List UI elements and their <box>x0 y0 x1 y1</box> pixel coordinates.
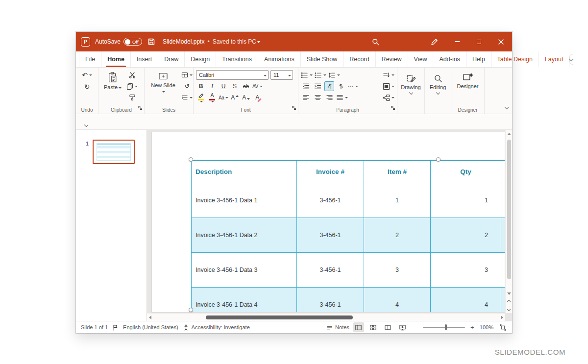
decrease-font-size-button[interactable]: A <box>241 93 251 102</box>
convert-to-smartart-button[interactable] <box>383 93 394 102</box>
tab-transitions[interactable]: Transitions <box>216 51 258 67</box>
tab-review[interactable]: Review <box>376 51 408 67</box>
font-color-button[interactable]: A <box>207 93 217 102</box>
section-button[interactable] <box>181 93 193 102</box>
character-spacing-button[interactable]: AV <box>252 81 263 91</box>
collapse-ribbon-button[interactable] <box>505 102 508 111</box>
cell-qty[interactable]: 3 <box>431 253 501 287</box>
autosave-switch[interactable]: Off <box>123 38 142 46</box>
slide-indicator[interactable]: Slide 1 of 1 <box>81 324 108 330</box>
undo-button[interactable] <box>78 70 96 80</box>
paste-button[interactable]: Paste <box>101 70 124 92</box>
align-left-button[interactable] <box>301 93 311 102</box>
text-direction-button[interactable] <box>383 70 394 80</box>
cell-invoice[interactable]: 3-456-1 <box>297 253 364 287</box>
previous-slide-button[interactable] <box>506 297 513 305</box>
cell-description[interactable]: Invoice 3-456-1 Data 4 <box>192 288 297 312</box>
accessibility-status[interactable]: Accessibility: Investigate <box>183 324 250 331</box>
zoom-in-button[interactable] <box>469 324 476 331</box>
cell-invoice[interactable]: 3-456-1 <box>297 183 364 218</box>
vertical-scroll-thumb[interactable] <box>507 140 511 279</box>
bullets-button[interactable] <box>301 70 313 80</box>
decrease-indent-button[interactable] <box>301 81 311 91</box>
header-invoice[interactable]: Invoice # <box>297 161 364 183</box>
header-item[interactable]: Item # <box>364 161 431 183</box>
search-icon[interactable] <box>371 37 380 46</box>
increase-indent-button[interactable] <box>313 81 322 91</box>
maximize-button[interactable] <box>468 32 490 51</box>
cell-item[interactable]: 1 <box>364 183 431 218</box>
cell-item[interactable]: 3 <box>364 253 431 287</box>
line-spacing-button[interactable] <box>328 70 340 80</box>
tab-design[interactable]: Design <box>185 51 216 67</box>
language-indicator[interactable]: English (United States) <box>123 324 178 330</box>
scroll-down-arrow[interactable] <box>506 290 513 297</box>
cell-qty[interactable]: 2 <box>431 218 501 252</box>
save-status[interactable]: Saved to this PC <box>213 38 260 45</box>
flag-icon[interactable] <box>112 324 119 331</box>
tab-add-ins[interactable]: Add-ins <box>433 51 466 67</box>
increase-font-size-button[interactable]: A <box>230 93 240 102</box>
reading-view-button[interactable] <box>383 322 393 332</box>
tab-home[interactable]: Home <box>101 51 131 67</box>
invoice-table[interactable]: Description Invoice # Item # Qty Invoice… <box>191 160 505 312</box>
tab-insert[interactable]: Insert <box>131 51 158 67</box>
align-text-button[interactable] <box>383 81 394 91</box>
header-qty[interactable]: Qty <box>431 161 501 183</box>
tab-table-design[interactable]: Table Design <box>491 51 539 67</box>
tab-slide-show[interactable]: Slide Show <box>301 51 344 67</box>
ink-pen-icon[interactable] <box>430 37 439 46</box>
scroll-left-arrow[interactable] <box>149 315 151 319</box>
scroll-up-arrow[interactable] <box>506 130 513 138</box>
redo-button[interactable] <box>78 82 96 92</box>
vertical-scrollbar[interactable] <box>505 130 512 313</box>
clear-formatting-button[interactable]: A <box>252 93 262 102</box>
notes-button[interactable]: Notes <box>326 324 349 331</box>
format-painter-button[interactable] <box>126 93 138 102</box>
selection-handle[interactable] <box>189 157 193 162</box>
selection-handle[interactable] <box>189 308 193 312</box>
justify-button[interactable] <box>336 93 348 102</box>
scroll-right-arrow[interactable] <box>501 315 503 319</box>
normal-view-button[interactable] <box>353 322 364 332</box>
save-icon[interactable] <box>147 37 156 46</box>
designer-button[interactable]: Designer <box>454 71 482 91</box>
font-dialog-launcher[interactable] <box>292 103 296 112</box>
tab-view[interactable]: View <box>408 51 434 67</box>
numbering-button[interactable] <box>315 70 326 80</box>
cell-item[interactable]: 2 <box>364 218 431 252</box>
autosave-toggle[interactable]: AutoSave Off <box>95 38 142 46</box>
tab-draw[interactable]: Draw <box>158 51 185 67</box>
copy-button[interactable] <box>126 81 138 91</box>
tab-animations[interactable]: Animations <box>258 51 301 67</box>
clipboard-dialog-launcher[interactable] <box>138 103 143 112</box>
ribbon-more-button[interactable] <box>569 54 573 65</box>
editing-button[interactable]: Editing <box>427 72 448 96</box>
selection-handle[interactable] <box>436 157 441 162</box>
new-slide-button[interactable]: New Slide <box>147 70 179 96</box>
cell-qty[interactable]: 4 <box>431 288 501 312</box>
minimize-button[interactable] <box>446 32 468 51</box>
bold-button[interactable]: B <box>196 81 206 91</box>
tab-layout[interactable]: Layout <box>539 51 570 67</box>
paragraph-dialog-launcher[interactable] <box>391 103 395 112</box>
cut-button[interactable] <box>126 70 138 80</box>
slide-sorter-view-button[interactable] <box>368 322 379 332</box>
zoom-slider-thumb[interactable] <box>445 324 447 330</box>
cell-invoice[interactable]: 3-456-1 <box>297 288 364 312</box>
ribbon-display-caret[interactable] <box>85 120 88 128</box>
text-shadow-button[interactable]: S <box>230 81 240 91</box>
zoom-slider[interactable] <box>423 327 465 328</box>
text-highlight-button[interactable] <box>196 93 206 102</box>
zoom-out-button[interactable] <box>412 324 419 331</box>
align-center-button[interactable] <box>313 93 322 102</box>
slide-layout-button[interactable] <box>181 70 193 80</box>
cell-qty[interactable]: 1 <box>431 183 501 218</box>
paragraph-options-button[interactable] <box>348 81 358 91</box>
right-to-left-button[interactable] <box>336 81 346 91</box>
drawing-button[interactable]: Drawing <box>400 72 422 96</box>
font-name-combo[interactable]: Calibri <box>196 70 269 80</box>
horizontal-scrollbar[interactable] <box>147 313 505 321</box>
fit-to-window-button[interactable] <box>497 322 508 332</box>
cell-description[interactable]: Invoice 3-456-1 Data 1 <box>192 183 297 218</box>
